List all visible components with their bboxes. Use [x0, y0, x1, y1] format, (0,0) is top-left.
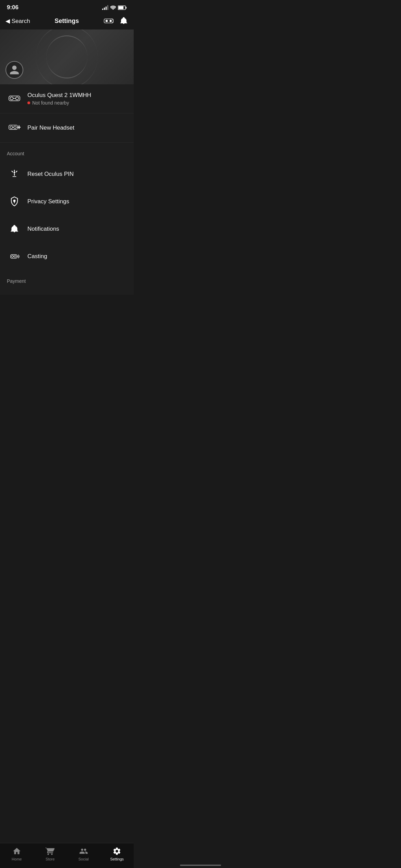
nav-actions: [104, 16, 128, 25]
casting-label: Casting: [27, 253, 47, 260]
content: Oculus Quest 2 1WMHH Not found nearby: [0, 84, 134, 295]
privacy-settings-label: Privacy Settings: [27, 198, 69, 205]
signal-icon: [102, 5, 108, 10]
svg-point-8: [10, 97, 13, 100]
notifications-item[interactable]: Notifications: [0, 215, 134, 243]
svg-point-27: [14, 255, 16, 257]
status-time: 9:06: [7, 4, 19, 11]
privacy-settings-item[interactable]: Privacy Settings: [0, 188, 134, 215]
wifi-icon: [110, 5, 116, 10]
pair-new-headset-item[interactable]: Pair New Headset: [0, 113, 134, 143]
svg-point-9: [16, 97, 19, 100]
vr-headset-icon[interactable]: [104, 17, 114, 25]
svg-point-26: [12, 255, 14, 257]
device-info: Oculus Quest 2 1WMHH Not found nearby: [27, 92, 127, 106]
svg-rect-18: [14, 173, 15, 176]
svg-point-23: [13, 200, 16, 202]
status-dot: [27, 101, 30, 104]
battery-icon: [118, 5, 127, 10]
pair-headset-icon: [7, 120, 22, 135]
device-item[interactable]: Oculus Quest 2 1WMHH Not found nearby: [0, 84, 134, 113]
casting-item[interactable]: Casting: [0, 243, 134, 270]
device-status: Not found nearby: [27, 100, 127, 106]
account-section-header: Account: [0, 143, 134, 160]
svg-rect-2: [126, 7, 126, 9]
reset-pin-label: Reset Oculus PIN: [27, 171, 74, 178]
payment-section-header: Payment: [0, 270, 134, 288]
avatar: [5, 61, 23, 79]
back-button[interactable]: ◀ Search: [5, 17, 30, 25]
bell-icon[interactable]: [119, 16, 128, 25]
svg-point-5: [110, 20, 112, 22]
page-title: Settings: [30, 17, 104, 25]
notifications-icon: [7, 221, 22, 237]
headset-icon: [7, 91, 22, 106]
svg-point-12: [10, 126, 12, 129]
svg-line-21: [12, 171, 13, 172]
device-status-text: Not found nearby: [32, 100, 69, 106]
svg-point-13: [14, 126, 16, 129]
status-bar: 9:06: [0, 0, 134, 14]
hero-banner: [0, 29, 134, 84]
notifications-label: Notifications: [27, 226, 59, 232]
pair-new-headset-label: Pair New Headset: [27, 124, 74, 131]
svg-point-17: [14, 172, 15, 173]
casting-icon: [7, 249, 22, 264]
back-label: ◀ Search: [5, 17, 30, 25]
status-icons: [102, 5, 127, 10]
privacy-icon: [7, 194, 22, 209]
svg-rect-1: [118, 6, 123, 9]
device-name: Oculus Quest 2 1WMHH: [27, 92, 127, 99]
reset-pin-item[interactable]: Reset Oculus PIN: [0, 160, 134, 188]
pin-icon: [7, 167, 22, 182]
svg-point-4: [106, 20, 108, 22]
svg-line-22: [16, 171, 17, 172]
nav-bar: ◀ Search Settings: [0, 14, 134, 29]
